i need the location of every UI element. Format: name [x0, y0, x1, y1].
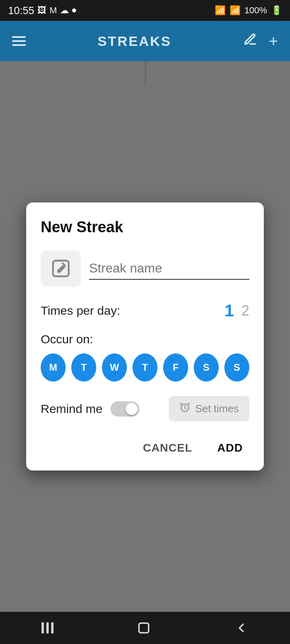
time-display: 10:55 [8, 4, 34, 17]
day-tuesday[interactable]: T [71, 353, 96, 382]
times-value-2[interactable]: 2 [241, 302, 249, 319]
occur-on-label: Occur on: [41, 332, 249, 346]
status-right: 📶 📶 100% 🔋 [215, 5, 282, 16]
days-row: M T W T F S S [41, 353, 249, 382]
app-bar: STREAKS + [0, 21, 290, 61]
signal-icon: 📶 [230, 5, 240, 16]
dialog-actions: CANCEL ADD [41, 438, 249, 458]
alarm-icon [179, 402, 191, 416]
times-per-day-label: Times per day: [41, 304, 120, 318]
recent-apps-icon[interactable] [41, 622, 54, 634]
day-thursday[interactable]: T [133, 353, 157, 382]
emoji-icon-box[interactable] [41, 250, 81, 287]
dot-icon [72, 8, 76, 12]
battery-icon: 🔋 [271, 5, 282, 16]
app-title: STREAKS [97, 33, 171, 49]
pencil-icon[interactable] [243, 33, 257, 50]
home-icon[interactable] [137, 621, 151, 635]
dialog-title: New Streak [41, 219, 249, 236]
times-values: 1 2 [225, 301, 249, 320]
day-friday[interactable]: F [163, 353, 188, 382]
times-per-day-row: Times per day: 1 2 [41, 301, 249, 320]
day-sunday[interactable]: S [224, 353, 249, 382]
set-times-label: Set times [195, 402, 239, 415]
plus-icon[interactable]: + [269, 33, 278, 50]
menu-icon[interactable] [12, 36, 26, 46]
photo-icon: 🖼 [37, 5, 46, 16]
svg-rect-2 [139, 623, 149, 633]
cancel-button[interactable]: CANCEL [137, 438, 199, 458]
app-bar-actions: + [243, 33, 278, 50]
nav-bar [0, 612, 290, 644]
status-time: 10:55 🖼 M ☁ [8, 4, 76, 17]
cloud-icon: ☁ [60, 5, 69, 16]
day-wednesday[interactable]: W [102, 353, 127, 382]
new-streak-dialog: New Streak Times per day: 1 2 Occu [26, 202, 264, 471]
battery-label: 100% [244, 5, 267, 16]
streak-name-input[interactable] [89, 258, 249, 279]
add-button[interactable]: ADD [211, 438, 249, 458]
toggle-knob [126, 403, 138, 415]
day-saturday[interactable]: S [194, 353, 219, 382]
streak-name-field[interactable] [89, 258, 249, 280]
recent-apps-graphic [41, 622, 54, 634]
modal-overlay: New Streak Times per day: 1 2 Occu [0, 61, 290, 612]
remind-me-label: Remind me [41, 402, 102, 416]
remind-row: Remind me Set times [41, 396, 249, 421]
day-monday[interactable]: M [41, 353, 66, 382]
back-icon[interactable] [234, 621, 249, 635]
set-times-button[interactable]: Set times [169, 396, 249, 421]
status-bar: 10:55 🖼 M ☁ 📶 📶 100% 🔋 [0, 0, 290, 21]
mail-icon: M [50, 5, 57, 16]
streak-name-row [41, 250, 249, 287]
wifi-icon: 📶 [215, 5, 226, 16]
remind-toggle[interactable] [110, 401, 139, 417]
times-value-1[interactable]: 1 [225, 301, 234, 320]
